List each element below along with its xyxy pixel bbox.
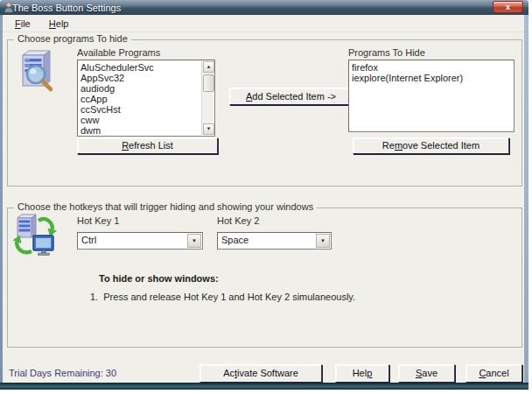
window-border-right [524, 15, 528, 383]
add-selected-item-button[interactable]: Add Selected Item -> [229, 88, 353, 105]
titlebar[interactable]: The Boss Button Settings x [0, 0, 528, 15]
button-label: ave [422, 368, 438, 378]
scrollbar[interactable]: ▲ ▼ [201, 61, 214, 135]
hotkey1-label: Hot Key 1 [77, 215, 119, 226]
available-programs-list[interactable]: AluSchedulerSvcAppSvc32audiodgccAppccSvc… [77, 60, 215, 137]
button-label: Ac [223, 368, 234, 378]
hotkey1-value: Ctrl [81, 235, 96, 245]
menu-label: F [15, 18, 21, 29]
programs-to-hide-list[interactable]: firefoxiexplore(Internet Explorer) [348, 60, 514, 132]
close-button[interactable]: x [493, 1, 523, 13]
programs-to-hide-label: Programs To Hide [348, 47, 425, 58]
programs-icon [16, 50, 58, 94]
hotkey2-combobox[interactable]: Space ▼ [217, 232, 332, 250]
instructions-step: 1. Press and release Hot Key 1 and Hot K… [90, 292, 355, 302]
list-item[interactable]: AppSvc32 [80, 73, 200, 83]
available-programs-label: Available Programs [77, 47, 160, 58]
button-label: Hel [353, 368, 368, 378]
button-label: p [367, 368, 372, 378]
menu-label: H [49, 18, 56, 29]
hotkeys-icon [12, 213, 58, 258]
window: The Boss Button Settings x File Help Cho… [0, 0, 532, 394]
hotkey1-combobox[interactable]: Ctrl ▼ [77, 232, 203, 250]
help-button[interactable]: Help [335, 364, 389, 383]
list-item[interactable]: firefox [351, 62, 512, 73]
list-item[interactable]: ccSvcHst [80, 104, 200, 115]
scroll-thumb[interactable] [203, 74, 214, 92]
menu-item-help[interactable]: Help [41, 15, 77, 32]
button-label: efresh List [129, 140, 173, 151]
dropdown-arrow-icon[interactable]: ▼ [187, 234, 201, 248]
button-label: Re [382, 140, 395, 151]
menu-label: elp [56, 18, 69, 29]
groupbox-hotkeys-label: Choose the hotkeys that will trigger hid… [14, 201, 317, 212]
button-label: m [395, 140, 402, 151]
list-item[interactable]: ccApp [80, 94, 200, 104]
app-icon [4, 2, 14, 13]
hotkey2-label: Hot Key 2 [217, 215, 259, 226]
instructions-title: To hide or show windows: [99, 273, 219, 284]
scroll-down-icon: ▼ [206, 126, 212, 131]
menu-item-file[interactable]: File [7, 15, 38, 32]
menubar: File Help [3, 15, 524, 32]
list-item[interactable]: AluSchedulerSvc [80, 62, 200, 73]
close-icon: x [506, 3, 510, 11]
cancel-button[interactable]: Cancel [466, 364, 522, 383]
button-label: dd Selected Item -> [252, 91, 336, 102]
scroll-up-icon: ▲ [206, 64, 212, 69]
button-label: ove Selected Item [402, 140, 480, 151]
window-title: The Boss Button Settings [12, 3, 121, 13]
button-label: ivate Software [237, 368, 298, 378]
button-label: R [122, 140, 129, 151]
menu-label: ile [21, 18, 31, 29]
scroll-up-button[interactable]: ▲ [203, 61, 214, 73]
trial-days-remaining: Trial Days Remaining: 30 [9, 368, 116, 378]
list-item[interactable]: dwm [80, 125, 200, 136]
refresh-list-button[interactable]: Refresh List [77, 137, 218, 154]
button-label: ancel [486, 368, 508, 378]
hotkey2-value: Space [221, 235, 248, 245]
list-item[interactable]: cww [80, 115, 200, 125]
save-button[interactable]: Save [398, 364, 455, 383]
list-item[interactable]: iexplore(Internet Explorer) [351, 73, 512, 83]
groupbox-programs-label: Choose programs To hide [14, 33, 131, 44]
list-item[interactable]: audiodg [80, 83, 200, 94]
groupbox-hotkeys: Choose the hotkeys that will trigger hid… [7, 208, 522, 348]
scroll-down-button[interactable]: ▼ [203, 123, 214, 135]
activate-software-button[interactable]: Activate Software [200, 364, 322, 383]
dropdown-arrow-icon[interactable]: ▼ [316, 234, 330, 248]
remove-selected-item-button[interactable]: Remove Selected Item [353, 137, 509, 154]
window-border-bottom [0, 383, 528, 390]
